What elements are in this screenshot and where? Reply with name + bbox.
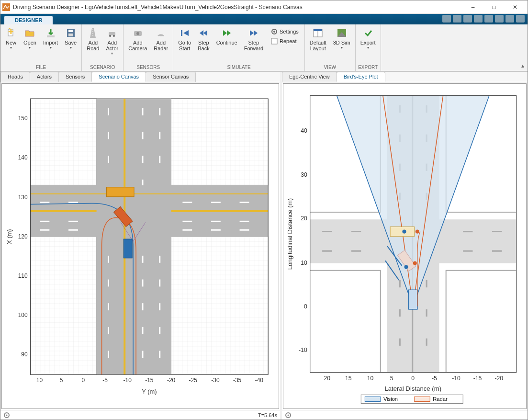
ego-vehicle[interactable] xyxy=(124,239,132,258)
svg-text:20: 20 xyxy=(324,375,330,382)
right-doc-tabs: Ego-Centric View Bird's-Eye Plot xyxy=(282,72,528,82)
settings-button[interactable]: Settings xyxy=(269,27,301,36)
close-button[interactable]: ✕ xyxy=(505,0,526,14)
import-button[interactable]: Import▾ xyxy=(40,25,61,52)
vision-detection xyxy=(402,230,406,234)
minimize-button[interactable]: – xyxy=(462,0,483,14)
sim3d-button[interactable]: 3D Sim▾ xyxy=(330,25,353,52)
svg-text:130: 130 xyxy=(18,194,28,201)
svg-text:150: 150 xyxy=(18,115,28,122)
radar-detection xyxy=(416,230,419,234)
svg-text:140: 140 xyxy=(18,154,28,161)
pin-icon[interactable] xyxy=(516,15,525,23)
svg-point-104 xyxy=(6,414,8,416)
birds-eye-tab[interactable]: Bird's-Eye Plot xyxy=(337,72,385,82)
go-to-start-button[interactable]: Go toStart xyxy=(175,25,194,53)
svg-text:-25: -25 xyxy=(189,377,198,384)
cut-icon[interactable] xyxy=(453,15,461,23)
window-title: Driving Scenario Designer - EgoVehicleTu… xyxy=(13,4,462,11)
svg-text:110: 110 xyxy=(18,272,28,279)
roads-tab[interactable]: Roads xyxy=(0,72,30,82)
sim-time-label: T=5.64s xyxy=(258,412,277,418)
toolstrip: ✚ New▾ Open▾ Import▾ Save▾ FILE xyxy=(0,24,528,71)
svg-text:-10: -10 xyxy=(124,377,132,384)
add-radar-button[interactable]: AddRadar xyxy=(151,25,171,53)
svg-point-13 xyxy=(136,32,139,35)
svg-text:30: 30 xyxy=(301,171,307,178)
birds-eye-plot[interactable]: -10 0 10 20 30 40 20 15 10 5 0 -5 xyxy=(283,83,527,409)
open-button[interactable]: Open▾ xyxy=(21,25,39,52)
gear-icon[interactable] xyxy=(3,412,10,419)
step-back-button[interactable]: StepBack xyxy=(195,25,212,53)
svg-text:15: 15 xyxy=(345,375,352,382)
svg-text:-20: -20 xyxy=(167,377,176,384)
title-bar: Driving Scenario Designer - EgoVehicleTu… xyxy=(0,0,528,14)
svg-point-11 xyxy=(113,35,115,37)
svg-text:10: 10 xyxy=(367,375,374,382)
new-button[interactable]: ✚ New▾ xyxy=(2,25,20,52)
svg-text:90: 90 xyxy=(21,351,28,358)
svg-rect-7 xyxy=(68,34,73,36)
gear-icon[interactable] xyxy=(285,412,292,419)
radar-detection xyxy=(413,261,417,265)
actors-tab[interactable]: Actors xyxy=(30,72,59,82)
copy-icon[interactable] xyxy=(463,15,472,23)
svg-rect-9 xyxy=(109,32,115,35)
svg-text:20: 20 xyxy=(301,215,307,222)
right-pane: Ego-Centric View Bird's-Eye Plot xyxy=(282,72,528,420)
bep-xlabel: Lateral Distance (m) xyxy=(384,385,441,392)
redo-icon[interactable] xyxy=(495,15,504,23)
svg-text:5: 5 xyxy=(390,375,393,382)
sensors-tab[interactable]: Sensors xyxy=(58,72,92,82)
add-road-button[interactable]: AddRoad xyxy=(84,25,102,53)
bep-ylabel: Longitudinal Distance (m) xyxy=(286,198,293,270)
minimize-ribbon-icon[interactable]: ▴ xyxy=(518,24,528,71)
scenario-ylabel: X (m) xyxy=(6,229,13,244)
file-group: ✚ New▾ Open▾ Import▾ Save▾ FILE xyxy=(0,24,82,71)
export-button[interactable]: Export▾ xyxy=(358,25,379,52)
save-button[interactable]: Save▾ xyxy=(62,25,79,52)
svg-text:0: 0 xyxy=(411,375,415,382)
sensors-group: AddCamera AddRadar SENSORS xyxy=(124,24,173,71)
add-camera-button[interactable]: AddCamera xyxy=(125,25,150,53)
svg-text:-35: -35 xyxy=(233,377,242,384)
scenario-canvas-plot[interactable]: 90 100 110 120 130 140 150 10 5 0 -5 xyxy=(1,83,279,409)
view-group-label: VIEW xyxy=(307,64,353,71)
app-logo-icon xyxy=(2,3,10,11)
svg-rect-35 xyxy=(171,237,269,375)
right-status-row xyxy=(282,410,528,420)
sensor-canvas-tab[interactable]: Sensor Canvas xyxy=(146,72,196,82)
svg-marker-15 xyxy=(183,30,189,36)
svg-marker-20 xyxy=(250,30,254,36)
export-group: Export▾ EXPORT xyxy=(356,24,381,71)
view-group: DefaultLayout 3D Sim▾ VIEW xyxy=(305,24,356,71)
paste-icon[interactable] xyxy=(474,15,483,23)
scenario-xlabel: Y (m) xyxy=(142,388,157,395)
maximize-button[interactable]: □ xyxy=(483,0,505,14)
vehicle2-straight[interactable] xyxy=(106,187,134,197)
help-icon[interactable] xyxy=(506,15,514,23)
svg-text:100: 100 xyxy=(18,312,28,318)
svg-marker-18 xyxy=(223,30,227,36)
svg-text:-40: -40 xyxy=(255,377,264,384)
undo-icon[interactable] xyxy=(484,15,493,23)
ego-centric-tab[interactable]: Ego-Centric View xyxy=(282,72,337,82)
svg-point-154 xyxy=(288,414,289,416)
svg-rect-33 xyxy=(171,99,269,185)
svg-text:10: 10 xyxy=(301,260,307,266)
step-forward-button[interactable]: StepForward xyxy=(241,25,266,53)
default-layout-button[interactable]: DefaultLayout xyxy=(307,25,329,53)
continue-button[interactable]: Continue xyxy=(213,25,240,47)
svg-rect-34 xyxy=(31,237,97,375)
scenario-canvas-tab[interactable]: Scenario Canvas xyxy=(91,72,146,82)
ego-outline xyxy=(409,290,417,309)
svg-point-23 xyxy=(273,31,275,33)
search-icon[interactable] xyxy=(442,15,451,23)
svg-text:0: 0 xyxy=(82,377,85,384)
svg-text:-10: -10 xyxy=(299,347,307,353)
repeat-checkbox[interactable]: Repeat xyxy=(269,37,301,45)
designer-tab[interactable]: DESIGNER xyxy=(4,16,53,24)
add-actor-button[interactable]: AddActor▾ xyxy=(103,25,121,57)
vision-detection xyxy=(404,265,408,269)
svg-text:120: 120 xyxy=(18,233,28,240)
